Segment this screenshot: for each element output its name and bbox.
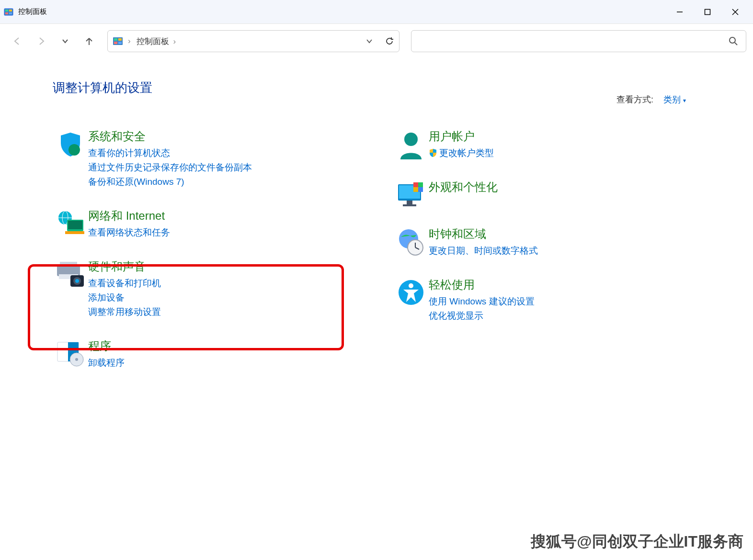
view-by-dropdown[interactable]: 类别 ▾: [663, 95, 686, 104]
category-appearance: 外观和个性化: [393, 176, 700, 212]
svg-rect-21: [68, 221, 82, 229]
category-link[interactable]: 优化视觉显示: [429, 310, 700, 322]
history-dropdown-button[interactable]: [55, 31, 76, 52]
svg-point-16: [68, 144, 80, 156]
maximize-button[interactable]: [694, 2, 721, 22]
category-ease-of-access: 轻松使用 使用 Windows 建议的设置 优化视觉显示: [393, 273, 700, 328]
category-link[interactable]: 卸载程序: [88, 357, 360, 369]
category-title[interactable]: 系统和安全: [88, 129, 360, 144]
title-bar: 控制面板: [0, 0, 753, 24]
category-link[interactable]: 使用 Windows 建议的设置: [429, 295, 700, 308]
svg-rect-39: [418, 182, 423, 187]
svg-rect-3: [5, 12, 8, 14]
user-icon: [393, 129, 429, 160]
minimize-button[interactable]: [666, 2, 694, 22]
category-hardware-sound: 硬件和声音 查看设备和打印机 添加设备 调整常用移动设置: [53, 255, 360, 324]
category-clock-region: 时钟和区域 更改日期、时间或数字格式: [393, 223, 700, 263]
back-button[interactable]: [7, 31, 28, 52]
view-by-label: 查看方式:: [616, 95, 653, 104]
category-column-left: 系统和安全 查看你的计算机状态 通过文件历史记录保存你的文件备份副本 备份和还原…: [53, 125, 360, 385]
svg-rect-1: [5, 10, 8, 11]
svg-rect-36: [407, 201, 412, 204]
category-link[interactable]: 查看你的计算机状态: [88, 147, 360, 159]
close-button[interactable]: [721, 2, 749, 22]
category-title[interactable]: 网络和 Internet: [88, 208, 360, 224]
app-icon: [4, 7, 13, 17]
category-title[interactable]: 外观和个性化: [429, 179, 700, 195]
page-heading: 调整计算机的设置: [53, 79, 700, 96]
category-column-right: 用户帐户 更改帐户类型 外观和个性化 时钟和区域 更改日期、时间或数字格式: [393, 125, 700, 385]
watermark-text: 搜狐号@同创双子企业IT服务商: [531, 531, 743, 552]
breadcrumb-root[interactable]: 控制面板 ›: [137, 36, 365, 47]
uac-shield-icon: [429, 148, 437, 157]
svg-rect-38: [413, 182, 418, 187]
svg-rect-40: [413, 187, 418, 192]
category-title[interactable]: 硬件和声音: [88, 259, 360, 274]
category-link[interactable]: 查看网络状态和任务: [88, 226, 360, 239]
address-dropdown-icon[interactable]: [365, 37, 373, 45]
svg-rect-13: [118, 42, 122, 44]
svg-rect-22: [65, 231, 84, 234]
address-bar[interactable]: › 控制面板 ›: [107, 30, 399, 52]
svg-point-32: [75, 358, 78, 361]
forward-button[interactable]: [31, 31, 52, 52]
category-link[interactable]: 调整常用移动设置: [88, 306, 360, 318]
svg-point-47: [409, 283, 413, 288]
category-programs: 程序 卸载程序: [53, 335, 360, 375]
category-title[interactable]: 程序: [88, 338, 360, 354]
view-by: 查看方式: 类别 ▾: [616, 94, 686, 105]
category-title[interactable]: 时钟和区域: [429, 226, 700, 242]
svg-line-15: [735, 43, 737, 45]
category-link[interactable]: 添加设备: [88, 291, 360, 304]
programs-icon: [53, 338, 88, 367]
category-network-internet: 网络和 Internet 查看网络状态和任务: [53, 204, 360, 245]
svg-rect-37: [403, 204, 416, 206]
navigation-bar: › 控制面板 ›: [0, 24, 753, 58]
category-link[interactable]: 查看设备和打印机: [88, 277, 360, 290]
category-link[interactable]: 更改日期、时间或数字格式: [429, 245, 700, 257]
window-title: 控制面板: [18, 7, 666, 16]
search-box[interactable]: [411, 30, 746, 52]
svg-rect-24: [60, 262, 77, 266]
category-link[interactable]: 通过文件历史记录保存你的文件备份副本: [88, 161, 360, 174]
clock-globe-icon: [393, 226, 429, 256]
svg-rect-12: [114, 42, 117, 44]
svg-rect-2: [9, 10, 12, 11]
category-title[interactable]: 用户帐户: [429, 129, 700, 144]
svg-point-14: [730, 37, 735, 43]
accessibility-icon: [393, 277, 429, 306]
category-link[interactable]: 更改帐户类型: [429, 147, 700, 159]
refresh-button[interactable]: [385, 36, 394, 46]
shield-icon: [53, 129, 88, 157]
breadcrumb-sep: ›: [128, 36, 131, 46]
category-title[interactable]: 轻松使用: [429, 277, 700, 292]
printer-camera-icon: [53, 259, 88, 288]
search-icon: [729, 36, 738, 46]
category-link[interactable]: 备份和还原(Windows 7): [88, 176, 360, 188]
svg-rect-41: [418, 187, 423, 192]
monitor-colors-icon: [393, 179, 429, 208]
address-icon: [113, 36, 123, 46]
globe-monitor-icon: [53, 208, 88, 238]
up-button[interactable]: [79, 31, 100, 52]
content-area: 调整计算机的设置 查看方式: 类别 ▾ 系统和安全 查看你的计算机状态 通过文件…: [0, 58, 753, 385]
svg-rect-4: [9, 12, 12, 14]
svg-rect-6: [705, 9, 710, 14]
svg-point-28: [75, 279, 79, 283]
window-controls: [666, 2, 749, 22]
category-user-accounts: 用户帐户 更改帐户类型: [393, 125, 700, 165]
svg-rect-10: [114, 38, 117, 41]
svg-point-33: [404, 133, 418, 146]
svg-rect-11: [118, 38, 122, 41]
category-system-security: 系统和安全 查看你的计算机状态 通过文件历史记录保存你的文件备份副本 备份和还原…: [53, 125, 360, 194]
